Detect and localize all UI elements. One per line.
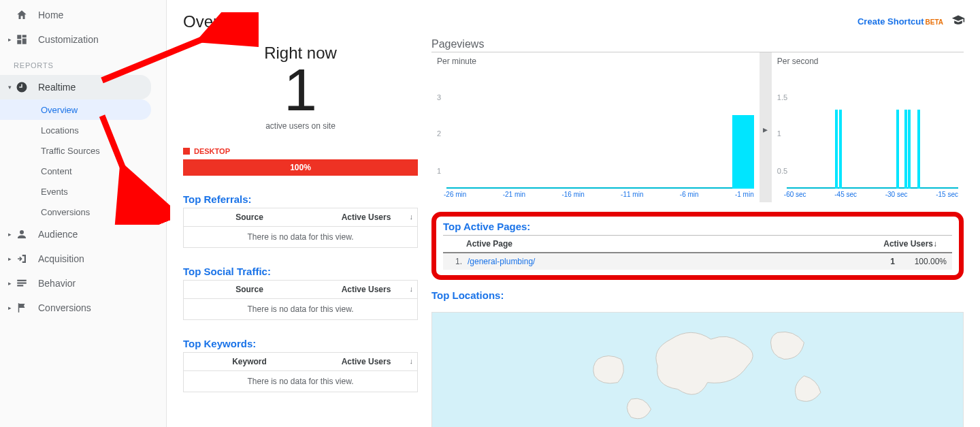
page-title: Overview [183,12,964,31]
chart-per-minute: Per minute 3 2 1 -26 min -21 min -16 min… [431,52,760,202]
caret-icon [7,12,12,18]
per-minute-label: Per minute [437,57,754,66]
flag-icon [15,301,29,315]
sort-down-icon: ↓ [410,212,414,221]
shortcut-bar: Create ShortcutBETA [858,14,965,29]
reports-heading: REPORTS [0,52,166,75]
per-second-label: Per second [777,57,958,66]
subnav-events[interactable]: Events [0,181,166,202]
dashboard-icon [15,33,29,46]
grad-cap-icon[interactable] [951,14,965,29]
nav-audience-label: Audience [38,229,78,240]
top-referrals-title: Top Referrals: [183,193,418,205]
right-now-card: Right now 1 active users on site DESKTOP… [183,38,418,176]
second-x-axis: -60 sec -45 sec -30 sec -15 sec [784,191,958,198]
nav-home-label: Home [38,10,63,20]
row-page-link[interactable]: /general-plumbing/ [462,257,868,266]
pageviews-title: Pageviews [431,38,964,50]
col-active-page[interactable]: Active Page [446,239,875,249]
behavior-icon [15,276,29,290]
row-index: 1. [446,257,462,266]
minute-bar [732,115,754,189]
col-keyword[interactable]: Keyword [184,353,315,370]
nav-home[interactable]: Home [0,3,166,27]
top-locations-title: Top Locations: [431,289,964,301]
sort-down-icon: ↓ [410,357,414,365]
top-active-pages-title: Top Active Pages: [443,221,952,232]
beta-badge: BETA [926,18,943,26]
col-source[interactable]: Source [184,281,315,298]
chevron-right-icon: ▸ [7,305,12,311]
home-icon [15,8,29,22]
create-shortcut-link[interactable]: Create ShortcutBETA [858,16,943,27]
minute-baseline [446,187,754,189]
col-active-users[interactable]: Active Users↓ [315,353,417,370]
chevron-down-icon: ▾ [7,84,12,90]
active-users-count: 1 [183,60,418,120]
nav-audience[interactable]: ▸ Audience [0,222,166,247]
minute-x-axis: -26 min -21 min -16 min -11 min -6 min -… [444,191,754,198]
acquisition-icon [15,252,29,266]
device-legend: DESKTOP [183,147,418,155]
chevron-right-icon: ▸ [7,281,12,286]
nav-acquisition[interactable]: ▸ Acquisition [0,247,166,271]
sec-bar [835,110,838,189]
nav-behavior[interactable]: ▸ Behavior [0,271,166,296]
top-social-table: Source Active Users↓ There is no data fo… [183,280,418,320]
sec-bar [896,110,899,189]
sort-down-icon: ↓ [933,239,937,249]
nav-conversions-label: Conversions [38,302,91,313]
no-data-message: There is no data for this view. [184,227,417,247]
pageviews-charts: Per minute 3 2 1 -26 min -21 min -16 min… [431,52,964,202]
no-data-message: There is no data for this view. [184,299,417,319]
top-keywords-table: Keyword Active Users↓ There is no data f… [183,352,418,392]
sec-bar [839,110,842,189]
no-data-message: There is no data for this view. [184,371,417,392]
col-source[interactable]: Source [184,208,315,226]
nav-conversions[interactable]: ▸ Conversions [0,296,166,320]
device-swatch [183,148,190,155]
main-content: Overview Create ShortcutBETA Right now 1… [167,0,980,427]
sec-bar [908,110,911,189]
subnav-conversions[interactable]: Conversions [0,202,166,222]
left-column: Right now 1 active users on site DESKTOP… [183,38,418,427]
chart-per-second: Per second 1.5 1 0.5 -60 sec -45 [772,52,964,202]
sidebar: Home ▸ Customization REPORTS ▾ Realtime … [0,0,167,427]
subnav-locations[interactable]: Locations [0,120,166,140]
sec-bar [917,110,920,189]
table-row[interactable]: 1. /general-plumbing/ 1 100.00% [443,253,952,270]
subnav-content[interactable]: Content [0,161,166,181]
top-social-title: Top Social Traffic: [183,266,418,277]
active-users-subtitle: active users on site [183,121,418,131]
col-active-users[interactable]: Active Users↓ [315,281,417,298]
top-keywords-title: Top Keywords: [183,338,418,349]
row-users: 1 [868,257,895,266]
top-active-pages-highlight: Top Active Pages: Active Page Active Use… [431,212,964,280]
right-column: Pageviews Per minute 3 2 1 -26 min -21 m… [431,38,964,427]
nav-acquisition-label: Acquisition [38,253,84,264]
chevron-right-icon: ▸ [7,232,12,237]
chart-divider[interactable]: ▸ [760,52,772,202]
sort-down-icon: ↓ [410,285,414,293]
sec-bar [904,110,907,189]
chevron-right-icon: ▸ [7,37,12,42]
col-active-users[interactable]: Active Users↓ [875,239,949,249]
clock-icon [15,80,29,94]
top-locations-map[interactable] [431,312,964,427]
subnav-overview[interactable]: Overview [0,99,151,120]
row-percent: 100.00% [895,257,949,266]
top-referrals-table: Source Active Users↓ There is no data fo… [183,208,418,248]
nav-realtime-label: Realtime [38,82,76,93]
top-active-pages-table: Active Page Active Users↓ 1. /general-pl… [443,235,952,270]
col-active-users[interactable]: Active Users↓ [315,208,417,226]
chevron-right-icon: ▸ [7,256,12,262]
nav-behavior-label: Behavior [38,278,76,289]
nav-realtime[interactable]: ▾ Realtime [0,75,151,99]
second-baseline [787,187,958,189]
device-bar: 100% [183,159,418,176]
device-label: DESKTOP [194,147,230,155]
nav-customization[interactable]: ▸ Customization [0,27,166,52]
person-icon [15,227,29,241]
nav-customization-label: Customization [38,34,99,45]
subnav-traffic-sources[interactable]: Traffic Sources [0,140,166,161]
